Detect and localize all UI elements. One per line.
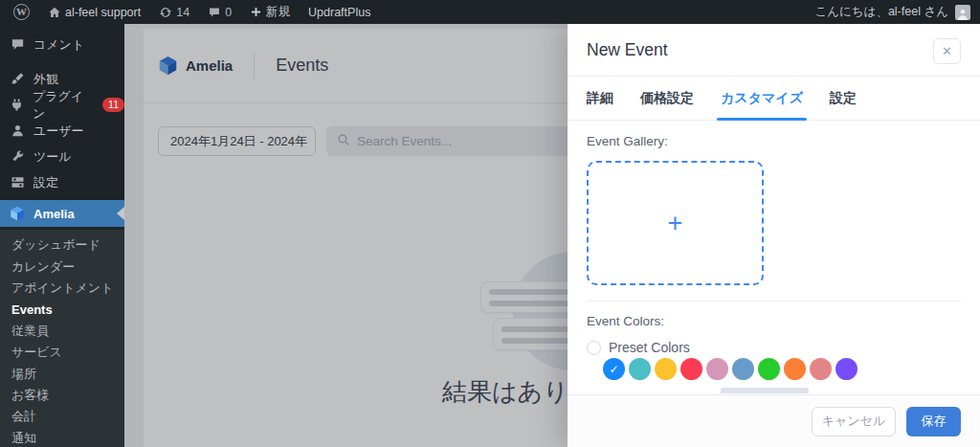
site-name: al-feel support <box>65 6 141 19</box>
admin-sidebar: コメント 外観 プラグイン 11 ユーザー ツール 設定 Amelia <box>0 24 124 447</box>
sidebar-item-settings[interactable]: 設定 <box>0 169 124 195</box>
sidebar-item-plugins[interactable]: プラグイン 11 <box>0 92 124 118</box>
close-button[interactable]: ✕ <box>933 38 961 64</box>
updates-count: 14 <box>176 6 189 19</box>
color-swatch[interactable] <box>680 358 702 380</box>
submenu-employees[interactable]: 従業員 <box>0 321 124 342</box>
submenu-services[interactable]: サービス <box>0 342 124 363</box>
color-swatch[interactable] <box>835 358 858 380</box>
date-range-picker[interactable]: 2024年1月24日 - 2024年 <box>158 126 316 156</box>
add-image-plus-icon: + <box>668 209 683 238</box>
modal-tabs: 詳細 価格設定 カスタマイズ 設定 <box>568 77 980 121</box>
submenu-dashboard[interactable]: ダッシュボード <box>0 235 124 256</box>
new-content-menu[interactable]: 新規 <box>244 0 296 24</box>
submenu-locations[interactable]: 場所 <box>0 363 124 384</box>
modal-header: New Event ✕ <box>568 24 980 77</box>
save-button[interactable]: 保存 <box>906 407 961 436</box>
sidebar-item-users[interactable]: ユーザー <box>0 118 124 144</box>
wordpress-logo-icon: W <box>13 4 30 20</box>
amelia-brand-name: Amelia <box>186 57 233 74</box>
gallery-upload-dropzone[interactable]: + <box>587 161 764 285</box>
modal-title: New Event <box>587 40 668 60</box>
color-swatch[interactable] <box>758 358 780 380</box>
event-colors-label: Event Colors: <box>587 314 961 328</box>
skeleton-bar <box>489 301 579 306</box>
modal-body: Event Gallery: + Event Colors: Preset Co… <box>568 122 980 394</box>
user-greeting[interactable]: こんにちは、al-feel さん <box>814 4 948 20</box>
wrench-icon <box>10 149 25 164</box>
submenu-events[interactable]: Events <box>0 299 124 320</box>
tab-details[interactable]: 詳細 <box>587 77 613 120</box>
plugin-icon <box>10 98 24 112</box>
tab-pricing[interactable]: 価格設定 <box>640 77 694 120</box>
comments-indicator[interactable]: 0 <box>202 0 237 24</box>
appearance-brush-icon <box>10 72 25 86</box>
search-events-input[interactable]: Search Events... <box>326 126 606 156</box>
search-placeholder: Search Events... <box>357 134 452 148</box>
submenu-notifications[interactable]: 通知 <box>0 428 124 447</box>
skeleton-bar <box>489 289 579 295</box>
color-swatch[interactable] <box>706 358 728 380</box>
comments-icon <box>10 37 25 52</box>
modal-footer: キャンセル 保存 <box>568 394 980 447</box>
close-icon: ✕ <box>942 44 952 58</box>
color-swatch[interactable] <box>810 358 832 380</box>
color-swatch[interactable] <box>732 358 754 380</box>
updates-indicator[interactable]: 14 <box>153 0 195 24</box>
amelia-submenu: ダッシュボード カレンダー アポイントメント Events 従業員 サービス 場… <box>0 230 124 447</box>
wordpress-menu[interactable]: W <box>8 0 35 24</box>
comments-count: 0 <box>225 6 232 19</box>
new-label: 新規 <box>266 4 290 20</box>
plugins-update-badge: 11 <box>102 98 124 113</box>
amelia-logo-icon <box>10 206 25 221</box>
current-menu-arrow <box>117 207 124 220</box>
site-link[interactable]: al-feel support <box>42 0 146 24</box>
update-icon <box>159 6 172 19</box>
plus-icon <box>250 6 262 18</box>
event-gallery-label: Event Gallery: <box>587 134 961 148</box>
preset-colors-option: Preset Colors <box>587 340 961 355</box>
comment-bubble-icon <box>208 6 221 19</box>
home-icon <box>48 6 61 19</box>
new-event-modal: New Event ✕ 詳細 価格設定 カスタマイズ 設定 Event Gall… <box>568 24 980 447</box>
color-swatch[interactable] <box>784 358 806 380</box>
cancel-button[interactable]: キャンセル <box>812 407 896 436</box>
preset-colors-radio[interactable] <box>587 341 601 355</box>
page-title: Events <box>276 56 328 76</box>
submenu-appointments[interactable]: アポイントメント <box>0 278 124 299</box>
updraft-label: UpdraftPlus <box>308 6 370 19</box>
amelia-header-logo-icon <box>158 56 178 76</box>
updraftplus-menu[interactable]: UpdraftPlus <box>302 0 376 24</box>
submenu-customers[interactable]: お客様 <box>0 385 124 406</box>
sidebar-separator <box>0 57 124 66</box>
section-divider <box>587 301 961 302</box>
tab-customize[interactable]: カスタマイズ <box>721 77 803 120</box>
user-icon <box>10 123 25 138</box>
preset-colors-label: Preset Colors <box>609 340 690 355</box>
sidebar-item-tools[interactable]: ツール <box>0 144 124 169</box>
settings-sliders-icon <box>10 175 25 190</box>
wp-admin-bar: W al-feel support 14 0 新規 UpdraftPlus こん… <box>0 0 980 24</box>
color-swatch[interactable] <box>629 358 651 380</box>
color-swatch[interactable] <box>655 358 677 380</box>
color-swatch[interactable]: ✓ <box>603 358 625 380</box>
submenu-calendar[interactable]: カレンダー <box>0 256 124 277</box>
search-icon <box>337 133 350 149</box>
tab-settings[interactable]: 設定 <box>830 77 857 120</box>
sidebar-item-amelia[interactable]: Amelia <box>0 200 124 227</box>
preset-color-swatches: ✓ <box>603 358 961 380</box>
clipped-content-edge <box>721 388 809 393</box>
submenu-finance[interactable]: 会計 <box>0 406 124 427</box>
header-divider <box>254 54 255 78</box>
avatar[interactable] <box>955 5 970 20</box>
sidebar-item-comments[interactable]: コメント <box>0 32 124 57</box>
